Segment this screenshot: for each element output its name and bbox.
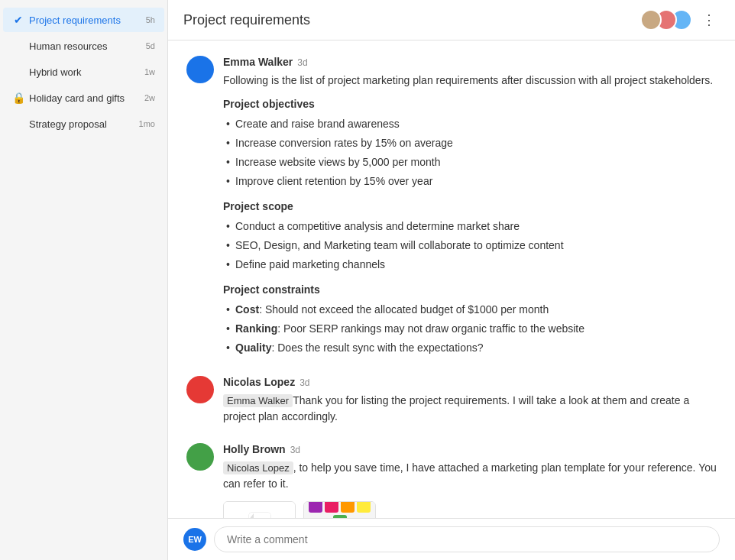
doc-list-item: Improve client retention by 15% over yea…: [223, 172, 717, 191]
message-time: 3d: [297, 57, 307, 68]
doc-section-title: Project constraints: [223, 283, 717, 296]
page-header: Project requirements ⋮: [168, 0, 735, 40]
doc-list: Cost: Should not exceed the allocated bu…: [223, 300, 717, 358]
sidebar-item-label: Human resources: [29, 40, 141, 52]
mention-tag: Nicolas Lopez: [223, 461, 293, 474]
sidebar-item-time: 5d: [146, 41, 155, 50]
pdf-icon: PDF: [248, 512, 272, 519]
doc-section-title: Project scope: [223, 200, 717, 212]
doc-list-item: Define paid marketing channels: [223, 255, 717, 274]
sidebar-item-label: Hybrid work: [29, 66, 140, 78]
message-header: Nicolas Lopez3d: [223, 376, 717, 388]
doc-list-item: Quality: Does the result sync with the e…: [223, 338, 717, 358]
doc-list-item: Ranking: Poor SERP rankings may not draw…: [223, 319, 717, 338]
doc-list: Conduct a competitive analysis and deter…: [223, 217, 717, 274]
doc-list-item: SEO, Design, and Marketing team will col…: [223, 236, 717, 255]
message-body: Holly Brown3dNicolas Lopez, to help you …: [223, 443, 717, 518]
doc-list: Create and raise brand awarenessIncrease…: [223, 115, 717, 191]
message-text: Nicolas Lopez, to help you save time, I …: [223, 460, 717, 492]
message-time: 3d: [290, 445, 300, 455]
empty-icon: [12, 40, 24, 52]
message-body: Emma Walker3dFollowing is the list of pr…: [223, 56, 717, 358]
sidebar-item-time: 5h: [146, 15, 155, 24]
sidebar-item-time: 1mo: [139, 119, 155, 128]
message-header: Holly Brown3d: [223, 443, 717, 455]
sidebar-item-time: 1w: [144, 67, 155, 76]
message-time: 3d: [300, 377, 309, 388]
main-panel: Project requirements ⋮ Emma Walker3dFoll…: [168, 0, 735, 560]
message-item: Holly Brown3dNicolas Lopez, to help you …: [186, 443, 717, 518]
message-header: Emma Walker3d: [223, 56, 717, 68]
header-avatars: [640, 9, 692, 31]
sidebar: ✔Project requirements5hHuman resources5d…: [0, 0, 168, 560]
doc-list-item: Cost: Should not exceed the allocated bu…: [223, 300, 717, 319]
message-author: Emma Walker: [223, 56, 293, 68]
message-body: Nicolas Lopez3dEmma WalkerThank you for …: [223, 376, 717, 425]
message-author: Nicolas Lopez: [223, 376, 295, 388]
doc-list-item: Increase conversion rates by 15% on aver…: [223, 134, 717, 153]
empty-icon: [12, 118, 24, 130]
sidebar-item-human-resources[interactable]: Human resources5d: [3, 34, 164, 58]
sidebar-item-time: 2w: [144, 93, 155, 102]
sidebar-item-holiday-card-gifts[interactable]: 🔒Holiday card and gifts2w: [3, 86, 164, 110]
doc-list-item: Create and raise brand awareness: [223, 115, 717, 134]
message-author: Holly Brown: [223, 443, 286, 455]
message-list: Emma Walker3dFollowing is the list of pr…: [168, 40, 735, 518]
message-avatar: [186, 56, 214, 83]
comment-bar: EW: [168, 518, 735, 560]
doc-list-item: Conduct a competitive analysis and deter…: [223, 217, 717, 236]
more-options-button[interactable]: ⋮: [698, 9, 720, 31]
message-text: Emma WalkerThank you for listing the pro…: [223, 393, 717, 425]
sidebar-item-label: Holiday card and gifts: [29, 92, 140, 104]
message-item: Nicolas Lopez3dEmma WalkerThank you for …: [186, 376, 717, 425]
header-avatar: [640, 9, 662, 31]
attachment-preview: — ——— —— — ——— — — —— ——: [304, 502, 375, 518]
attachment-card[interactable]: PDF Marketing-plan... Proof this file 2h: [223, 501, 296, 518]
sidebar-item-label: Project requirements: [29, 15, 141, 26]
message-avatar: [186, 376, 214, 403]
sidebar-item-strategy-proposal[interactable]: Strategy proposal1mo: [3, 112, 164, 136]
attachment-preview: PDF: [224, 502, 295, 518]
task-icon: ✔: [12, 14, 24, 26]
page-title: Project requirements: [183, 12, 640, 28]
message-item: Emma Walker3dFollowing is the list of pr…: [186, 56, 717, 358]
current-user-avatar: EW: [183, 528, 206, 551]
sidebar-item-project-requirements[interactable]: ✔Project requirements5h: [3, 8, 164, 32]
sidebar-item-hybrid-work[interactable]: Hybrid work1w: [3, 60, 164, 84]
sidebar-item-label: Strategy proposal: [29, 118, 134, 130]
doc-list-item: Increase website views by 5,000 per mont…: [223, 153, 717, 172]
message-intro: Following is the list of project marketi…: [223, 73, 717, 89]
doc-section-title: Project objectives: [223, 98, 717, 110]
mention-tag: Emma Walker: [223, 394, 293, 407]
attachments: PDF Marketing-plan... Proof this file 2h: [223, 501, 717, 518]
lock-icon: 🔒: [12, 92, 24, 104]
attachment-card[interactable]: — ——— —— — ——— — — —— —— Marketing-stra.…: [303, 501, 376, 518]
message-avatar: [186, 443, 214, 471]
empty-icon: [12, 66, 24, 78]
comment-input[interactable]: [214, 526, 720, 552]
